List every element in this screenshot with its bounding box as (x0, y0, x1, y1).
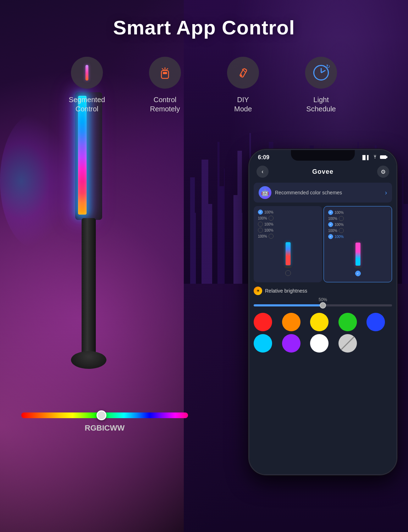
svg-line-3 (162, 68, 164, 70)
scheme-row-r3: ✓ 100% (328, 222, 387, 227)
diy-mode-icon-bg (227, 57, 259, 89)
scheme-row-4: 100% (258, 228, 318, 233)
back-button[interactable]: ‹ (257, 166, 269, 178)
slider-label: RGBICWW (21, 423, 188, 433)
clock-refresh-icon: ↻ (326, 63, 330, 69)
scheme-check-r3: ✓ (328, 222, 333, 227)
rec-text: Recommended color schemes (275, 190, 342, 195)
signal-icon: ▐▌▌ (361, 155, 370, 160)
remote-icon (157, 65, 173, 81)
scheme-panel-left[interactable]: ✓ 100% 100% 100% 100% (254, 206, 322, 282)
phone-outer: 6:09 ▐▌▌ ‹ Govee ⚙ (248, 149, 397, 475)
scheme-row-r4: 100% (328, 228, 387, 233)
rec-left: 🤖 Recommended color schemes (259, 186, 342, 199)
scheme-check-r1: ✓ (328, 210, 333, 215)
scheme-check-r5: ✓ (328, 234, 333, 239)
scheme-row-3: 100% (258, 222, 318, 227)
phone-notch (291, 150, 355, 161)
svg-rect-8 (386, 156, 387, 158)
scheme-panel-right[interactable]: ✓ 100% 100% ✓ 100% 100% (324, 206, 392, 282)
color-palette (249, 310, 396, 355)
brightness-sun-icon: ☀ (254, 287, 262, 295)
features-row: Segmented Control Control Remotely (0, 57, 408, 113)
mini-lamp-base-right (354, 266, 362, 268)
app-title: Govee (312, 168, 333, 176)
brightness-slider-thumb[interactable] (320, 302, 326, 309)
recommended-banner[interactable]: 🤖 Recommended color schemes › (254, 183, 392, 203)
svg-rect-7 (380, 155, 386, 159)
page-title: Smart App Control (0, 0, 408, 39)
phone-screen: 6:09 ▐▌▌ ‹ Govee ⚙ (249, 150, 396, 474)
color-swatch-orange[interactable] (282, 313, 301, 331)
svg-rect-0 (161, 71, 169, 78)
scheme-lamp-right: ✓ (328, 243, 387, 276)
brightness-title: Relative brightness (265, 288, 307, 294)
settings-button[interactable]: ⚙ (377, 166, 389, 178)
color-swatch-green[interactable] (338, 313, 357, 331)
pencil-icon (235, 65, 251, 81)
brightness-section: ☀ Relative brightness 50% (249, 287, 396, 306)
color-swatch-empty (366, 334, 385, 353)
scheme-row-1: ✓ 100% (258, 210, 318, 215)
clock-icon-wrapper: ↻ (313, 65, 329, 81)
scheme-row-5: 100% (258, 234, 318, 239)
scheme-rows-left: ✓ 100% 100% 100% 100% (258, 210, 318, 239)
color-schemes-grid: ✓ 100% 100% 100% 100% (249, 206, 396, 282)
control-remotely-label: Control Remotely (150, 95, 180, 113)
mini-lamp-bar-right (355, 243, 360, 266)
slider-section: RGBICWW (21, 412, 188, 433)
brightness-header: ☀ Relative brightness (254, 287, 392, 295)
segmented-control-icon-bg (71, 57, 103, 89)
scheme-row-r1: ✓ 100% (328, 210, 387, 215)
mini-lamp-bar-left (286, 242, 291, 265)
segmented-bar-icon (81, 63, 93, 82)
top-section: Smart App Control Segmented Control (0, 0, 408, 149)
back-chevron-icon: ‹ (261, 168, 263, 175)
control-remotely-icon-bg (149, 57, 181, 89)
mini-lamp-left (285, 242, 292, 276)
scheme-check-r2 (339, 216, 344, 221)
scheme-lamp-left (258, 242, 318, 276)
mini-lamp-check-left (285, 270, 291, 276)
scheme-row-r5: ✓ 100% (328, 234, 387, 239)
feature-diy-mode: DIY Mode (215, 57, 271, 113)
diy-mode-label: DIY Mode (234, 95, 252, 113)
mini-lamp-check-right: ✓ (355, 271, 361, 276)
brightness-slider-track[interactable] (254, 304, 392, 306)
robot-icon: 🤖 (259, 186, 271, 199)
mini-lamp-base-left (285, 266, 292, 268)
scheme-row-r2: 100% (328, 216, 387, 221)
rec-arrow-icon: › (385, 189, 387, 196)
lamp-scene (21, 121, 206, 440)
scheme-rows-right: ✓ 100% 100% ✓ 100% 100% (328, 210, 387, 239)
color-swatch-cyan[interactable] (254, 334, 272, 353)
svg-rect-1 (163, 72, 167, 74)
wifi-icon (372, 155, 378, 160)
feature-control-remotely: Control Remotely (137, 57, 193, 113)
scheme-check-2 (269, 216, 274, 221)
color-swatch-red[interactable] (254, 313, 272, 331)
status-time: 6:09 (258, 154, 269, 161)
segmented-control-label: Segmented Control (69, 95, 105, 113)
scheme-check-3 (258, 222, 263, 227)
scheme-row-2: 100% (258, 216, 318, 221)
brightness-percent: 50% (254, 297, 392, 302)
settings-gear-icon: ⚙ (381, 168, 386, 175)
feature-light-schedule: ↻ Light Schedule (293, 57, 349, 113)
color-swatch-strikethrough[interactable] (338, 334, 357, 353)
color-swatch-white[interactable] (310, 334, 329, 353)
scheme-check-4 (258, 228, 263, 233)
mini-lamp-right: ✓ (354, 243, 362, 276)
slider-thumb[interactable] (97, 410, 106, 420)
color-swatch-purple[interactable] (282, 334, 301, 353)
color-swatch-yellow[interactable] (310, 313, 329, 331)
lamp-base (71, 351, 106, 369)
status-icons: ▐▌▌ (361, 155, 388, 160)
feature-segmented-control: Segmented Control (59, 57, 115, 113)
rainbow-slider-track[interactable] (21, 412, 188, 418)
battery-icon (380, 155, 388, 160)
color-swatch-blue[interactable] (366, 313, 385, 331)
scheme-check-5 (269, 234, 274, 239)
scheme-check-1: ✓ (258, 210, 263, 215)
light-schedule-label: Light Schedule (306, 95, 336, 113)
